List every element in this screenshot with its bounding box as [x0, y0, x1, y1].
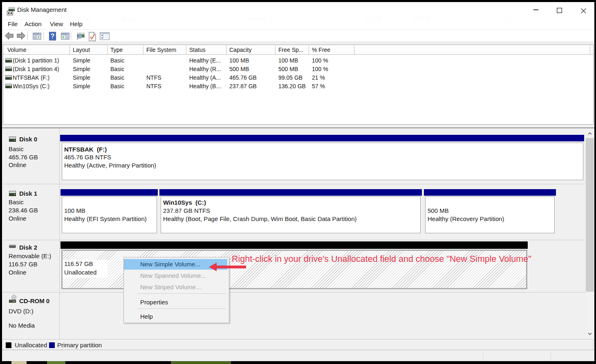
- svg-text:?: ?: [51, 33, 55, 40]
